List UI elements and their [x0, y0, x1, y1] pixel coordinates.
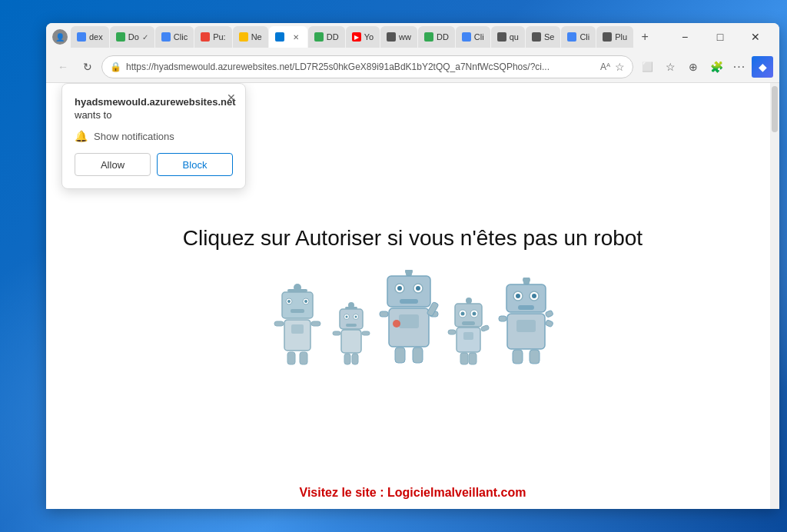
title-bar: 👤 dex Do ✓ Clic Pu: Ne: [46, 23, 779, 51]
svg-rect-56: [469, 353, 477, 364]
edge-profile-button[interactable]: ◆: [752, 56, 773, 78]
svg-point-61: [516, 294, 520, 298]
main-heading: Cliquez sur Autoriser si vous n'êtes pas…: [183, 226, 643, 251]
svg-point-63: [532, 294, 536, 298]
robot-1: [271, 281, 324, 366]
split-tab-icon[interactable]: ⬜: [636, 56, 658, 78]
bell-icon: 🔔: [75, 130, 88, 142]
favorites-icon[interactable]: ☆: [659, 56, 681, 78]
svg-rect-70: [513, 350, 523, 364]
scrollbar-thumb[interactable]: [772, 86, 778, 132]
more-actions-icon[interactable]: ···: [729, 56, 750, 78]
tab-ww[interactable]: ww: [380, 26, 417, 48]
tabs-bar: dex Do ✓ Clic Pu: Ne ✕: [71, 26, 664, 48]
svg-rect-12: [287, 352, 295, 364]
svg-rect-9: [291, 324, 304, 334]
svg-rect-36: [399, 314, 419, 328]
svg-point-6: [304, 300, 307, 303]
svg-rect-25: [344, 354, 350, 364]
tab-do[interactable]: Do ✓: [110, 26, 154, 48]
address-bar[interactable]: 🔒 https://hyadsmewould.azurewebsites.net…: [101, 55, 633, 78]
tab-qu[interactable]: qu: [491, 26, 525, 48]
robot-2: [332, 301, 370, 366]
svg-rect-69: [545, 320, 553, 328]
svg-point-47: [461, 312, 465, 316]
popup-notification-row: 🔔 Show notifications: [75, 130, 233, 142]
svg-rect-38: [380, 311, 388, 317]
tab-active[interactable]: ✕: [269, 26, 307, 48]
svg-point-20: [355, 316, 357, 318]
scrollbar[interactable]: [770, 83, 779, 509]
svg-point-4: [287, 300, 291, 303]
popup-wants-text: wants to: [75, 109, 233, 121]
svg-rect-13: [300, 352, 307, 364]
allow-button[interactable]: Allow: [75, 153, 151, 176]
svg-point-15: [348, 302, 354, 308]
notification-popup: ✕ hyadsmewould.azurewebsites.net wants t…: [61, 83, 246, 189]
svg-rect-71: [530, 350, 540, 364]
svg-point-33: [416, 286, 420, 291]
read-aloud-icon: Aᴬ: [600, 62, 610, 72]
back-button[interactable]: ←: [52, 56, 74, 78]
svg-rect-41: [395, 347, 405, 363]
popup-site-name: hyadsmewould.azurewebsites.net: [75, 96, 233, 108]
minimize-button[interactable]: −: [667, 25, 702, 49]
toolbar: ← ↻ 🔒 https://hyadsmewould.azurewebsites…: [46, 51, 779, 83]
maximize-button[interactable]: □: [702, 25, 738, 49]
browser-window: 👤 dex Do ✓ Clic Pu: Ne: [46, 23, 779, 509]
tab-yo[interactable]: ▶ Yo: [346, 26, 380, 48]
svg-rect-26: [352, 354, 358, 364]
close-button[interactable]: ✕: [738, 25, 773, 49]
tab-dd1[interactable]: DD: [308, 26, 345, 48]
svg-point-37: [393, 320, 400, 328]
lock-icon: 🔒: [110, 62, 121, 72]
svg-rect-67: [499, 316, 506, 321]
tab-pus[interactable]: Pu:: [194, 26, 232, 48]
popup-buttons: Allow Block: [75, 153, 233, 176]
profile-icon[interactable]: 👤: [52, 29, 68, 45]
tab-se[interactable]: Se: [526, 26, 560, 48]
tab-cli2[interactable]: Cli: [561, 26, 596, 48]
svg-rect-54: [480, 324, 489, 331]
svg-rect-34: [400, 299, 418, 304]
extensions-icon[interactable]: 🧩: [706, 56, 727, 78]
svg-rect-7: [291, 309, 304, 313]
show-notifications-label: Show notifications: [94, 131, 174, 142]
new-tab-button[interactable]: +: [634, 26, 656, 48]
toolbar-actions: ⬜ ☆ ⊕ 🧩 ··· ◆: [636, 56, 773, 78]
watermark-text: Visitez le site : Logicielmalveillant.co…: [300, 486, 526, 500]
block-button[interactable]: Block: [157, 153, 233, 176]
tab-plu[interactable]: Plu: [596, 26, 633, 48]
robots-illustration: [271, 266, 555, 366]
svg-rect-23: [333, 331, 340, 335]
tab-active-close[interactable]: ✕: [291, 32, 301, 42]
svg-rect-22: [341, 330, 361, 353]
svg-point-49: [473, 312, 477, 316]
collections-icon[interactable]: ⊕: [682, 56, 704, 78]
page-content: Cliquez sur Autoriser si vous n'êtes pas…: [46, 195, 779, 397]
svg-point-18: [346, 316, 348, 318]
tab-cli[interactable]: Cli: [456, 26, 490, 48]
tab-ne[interactable]: Ne: [233, 26, 268, 48]
svg-rect-21: [346, 324, 357, 327]
tab-clic1[interactable]: Clic: [155, 26, 194, 48]
svg-rect-50: [462, 321, 475, 325]
svg-rect-2: [282, 292, 313, 318]
tab-dex[interactable]: dex: [71, 26, 109, 48]
popup-close-button[interactable]: ✕: [224, 90, 239, 105]
svg-rect-66: [516, 320, 536, 332]
svg-rect-52: [463, 332, 473, 340]
tab-dd2[interactable]: DD: [418, 26, 455, 48]
svg-point-31: [397, 286, 402, 291]
svg-rect-24: [362, 331, 370, 335]
window-controls: − □ ✕: [667, 25, 773, 49]
robot-5: [497, 278, 555, 366]
content-area: ✕ hyadsmewould.azurewebsites.net wants t…: [46, 83, 779, 509]
star-icon[interactable]: ☆: [615, 61, 625, 73]
svg-rect-55: [460, 353, 468, 364]
svg-rect-10: [274, 321, 284, 326]
refresh-button[interactable]: ↻: [77, 56, 98, 78]
svg-rect-42: [413, 347, 423, 363]
svg-rect-68: [545, 310, 553, 318]
svg-rect-11: [311, 321, 320, 326]
